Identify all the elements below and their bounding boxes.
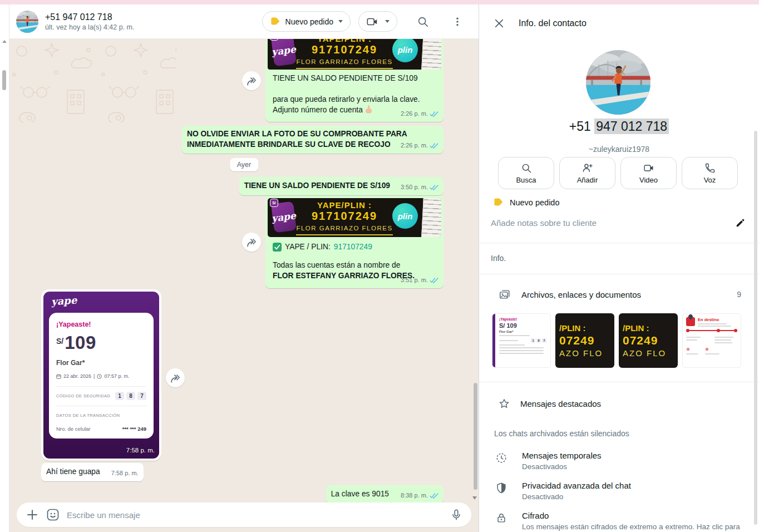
outgoing-message[interactable]: S/ yape YAPE/PLIN : 917107249 FLOR GARRI… <box>265 196 443 288</box>
label-dropdown-button[interactable]: Nuevo pedido <box>262 11 351 32</box>
media-files-count: 9 <box>737 290 741 299</box>
setting-title: Cifrado <box>522 511 740 520</box>
forward-message-button[interactable] <box>242 233 261 252</box>
search-icon <box>417 16 429 28</box>
price-list-photo <box>421 39 441 70</box>
disappearing-messages-row[interactable]: Mensajes temporales Desactivados <box>495 451 748 471</box>
divider <box>479 274 759 274</box>
notes-placeholder: Añade notas sobre tu cliente <box>491 218 597 228</box>
search-in-chat-button[interactable] <box>412 11 434 33</box>
attach-plus-icon[interactable] <box>26 508 39 521</box>
archived-chats-note: Los chats archivados están silenciados <box>494 429 629 438</box>
selected-phone-text: 947 012 718 <box>594 119 669 134</box>
advanced-chat-privacy-row[interactable]: Privacidad avanzada del chat Desactivado <box>495 481 748 501</box>
label-dropdown-text: Nuevo pedido <box>285 17 333 26</box>
panel-scrollbar-thumb[interactable] <box>754 131 757 525</box>
microphone-icon[interactable] <box>450 508 462 521</box>
yape-logo-tile: yape <box>271 39 297 66</box>
incoming-message[interactable]: yape ¡Yapeaste! S/109 Flor Gar* 22 abr. … <box>41 289 161 461</box>
phone-icon <box>704 162 716 174</box>
message-time: 8:38 p. m. <box>401 490 428 501</box>
read-receipt-icon <box>430 184 438 190</box>
plin-logo: plin <box>392 39 418 62</box>
outgoing-message[interactable]: La clave es 9015 8:38 p. m. <box>326 485 443 504</box>
info-section-label: Info. <box>491 254 506 263</box>
setting-value: Los mensajes están cifrados de extremo a… <box>522 523 740 531</box>
contact-avatar[interactable] <box>16 11 38 33</box>
incoming-message[interactable]: Ahí tiene guapa 7:58 p. m. <box>41 463 144 481</box>
video-call-button[interactable] <box>358 11 397 32</box>
chat-menu-button[interactable] <box>446 11 469 33</box>
price-list-photo <box>421 198 441 237</box>
chevron-down-icon <box>385 20 390 23</box>
contact-label-row[interactable]: Nuevo pedido <box>493 197 560 208</box>
starred-messages-label: Mensajes destacados <box>520 399 601 408</box>
forward-arrow-icon <box>245 75 258 86</box>
add-contact-button[interactable]: Añadir <box>559 157 615 189</box>
message-composer <box>17 503 471 527</box>
message-scroll-area[interactable]: S/ yape YAPE/PLIN : 917107249 FLOR GARRI… <box>9 39 479 532</box>
star-icon <box>498 398 510 410</box>
plin-logo: plin <box>392 203 418 229</box>
yape-plin-banner-image[interactable]: S/ yape YAPE/PLIN : 917107249 FLOR GARRI… <box>268 39 441 70</box>
emoji-sticker-icon[interactable] <box>46 508 60 521</box>
contact-avatar-large[interactable] <box>586 50 650 115</box>
read-receipt-icon <box>430 111 438 117</box>
media-thumb-tracking[interactable]: En destino ⊕ ⊗ <box>682 313 741 368</box>
chat-column: +51 947 012 718 últ. vez hoy a la(s) 4:4… <box>0 4 479 532</box>
panel-title: Info. del contacto <box>519 18 586 28</box>
yape-logo: yape <box>51 294 77 307</box>
yape-plin-banner-image[interactable]: S/ yape YAPE/PLIN : 917107249 FLOR GARRI… <box>268 198 441 237</box>
forward-message-button[interactable] <box>166 368 185 387</box>
contact-phone-number: +51 947 012 718 <box>479 119 759 134</box>
receipt-time: 07:57 p. m. <box>104 371 129 382</box>
outgoing-message[interactable]: NO OLVIDE ENVIAR LA FOTO DE SU COMPROBAN… <box>182 126 443 154</box>
voice-call-contact-button[interactable]: Voz <box>682 157 738 189</box>
kebab-menu-icon <box>452 16 463 27</box>
label-tag-icon <box>493 197 504 208</box>
receipt-amount: S/109 <box>56 332 146 356</box>
search-icon <box>521 162 532 174</box>
contact-action-buttons: Busca Añadir Video Voz <box>498 157 738 189</box>
browser-top-strip <box>0 0 759 4</box>
contact-name: +51 947 012 718 <box>45 12 135 22</box>
forward-arrow-icon <box>169 372 181 383</box>
client-notes-row[interactable]: Añade notas sobre tu cliente <box>491 218 746 228</box>
media-files-row[interactable]: Archivos, enlaces y documentos 9 <box>498 288 741 301</box>
close-icon[interactable] <box>494 18 505 29</box>
setting-value: Desactivado <box>522 492 631 501</box>
outgoing-message[interactable]: S/ yape YAPE/PLIN : 917107249 FLOR GARRI… <box>265 39 443 122</box>
scroll-down-arrow[interactable] <box>472 496 477 500</box>
message-time: 2:26 p. m. <box>401 109 428 119</box>
forward-message-button[interactable] <box>242 71 261 90</box>
security-code-label: CÓDIGO DE SEGURIDAD <box>56 391 110 401</box>
contact-info-panel: Info. del contacto +51 947 012 718 ~zule… <box>479 4 759 532</box>
read-receipt-icon <box>430 492 438 499</box>
chat-wallpaper <box>9 39 176 122</box>
media-thumb-yape-receipt[interactable]: ¡Yapeaste! S/ 109 Flor Gar* 1 8 7 <box>492 313 551 368</box>
starred-messages-row[interactable]: Mensajes destacados <box>498 398 601 410</box>
video-call-contact-button[interactable]: Video <box>620 157 677 189</box>
soles-badge: S/ <box>270 39 278 41</box>
message-input[interactable] <box>67 510 443 520</box>
media-thumb-plin-banner[interactable]: /PLIN : 07249 AZO FLO <box>555 313 614 368</box>
banner-owner-name: FLOR GARRIAZO FLORES <box>296 57 392 69</box>
scrollbar-thumb[interactable] <box>2 70 6 90</box>
encryption-row[interactable]: Cifrado Los mensajes están cifrados de e… <box>495 511 748 531</box>
message-time: 3:50 p. m. <box>401 182 428 193</box>
yape-receipt-image[interactable]: yape ¡Yapeaste! S/109 Flor Gar* 22 abr. … <box>43 292 159 459</box>
scroll-up-arrow[interactable] <box>2 40 7 43</box>
message-text: Todas las cuentas están a nombre de <box>273 260 436 270</box>
message-text: TIENE UN SALDO PENDIENTE DE S/109 <box>273 73 436 83</box>
chat-header-meta[interactable]: +51 947 012 718 últ. vez hoy a la(s) 4:4… <box>45 12 135 31</box>
media-gallery-icon <box>498 288 511 301</box>
outgoing-message[interactable]: TIENE UN SALDO PENDIENTE DE S/109 3:50 p… <box>239 177 443 195</box>
read-receipt-icon <box>430 277 438 283</box>
phone-number-link[interactable]: 917107249 <box>334 242 372 252</box>
message-text: para que pueda retirarlo y enviarla la c… <box>273 94 436 105</box>
message-text: YAPE / PLIN: <box>285 242 331 252</box>
chevron-down-icon <box>338 20 343 23</box>
media-thumb-plin-banner[interactable]: /PLIN : 07249 AZO FLO <box>619 313 678 368</box>
search-contact-button[interactable]: Busca <box>498 157 554 189</box>
chat-scrollbar-thumb[interactable] <box>474 383 477 490</box>
